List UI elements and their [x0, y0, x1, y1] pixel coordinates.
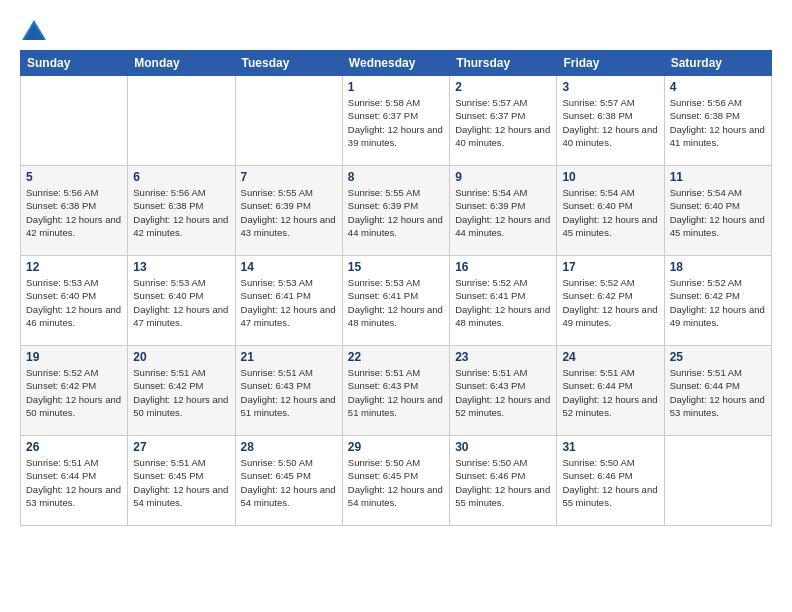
day-number: 17: [562, 260, 658, 274]
calendar-week-row: 5Sunrise: 5:56 AM Sunset: 6:38 PM Daylig…: [21, 166, 772, 256]
calendar-cell: 4Sunrise: 5:56 AM Sunset: 6:38 PM Daylig…: [664, 76, 771, 166]
calendar-cell: 11Sunrise: 5:54 AM Sunset: 6:40 PM Dayli…: [664, 166, 771, 256]
calendar-cell: 23Sunrise: 5:51 AM Sunset: 6:43 PM Dayli…: [450, 346, 557, 436]
day-number: 24: [562, 350, 658, 364]
day-info: Sunrise: 5:54 AM Sunset: 6:39 PM Dayligh…: [455, 186, 551, 239]
calendar-cell: 19Sunrise: 5:52 AM Sunset: 6:42 PM Dayli…: [21, 346, 128, 436]
calendar-cell: [664, 436, 771, 526]
calendar-body: 1Sunrise: 5:58 AM Sunset: 6:37 PM Daylig…: [21, 76, 772, 526]
weekday-header-row: SundayMondayTuesdayWednesdayThursdayFrid…: [21, 51, 772, 76]
calendar-cell: 13Sunrise: 5:53 AM Sunset: 6:40 PM Dayli…: [128, 256, 235, 346]
calendar-week-row: 12Sunrise: 5:53 AM Sunset: 6:40 PM Dayli…: [21, 256, 772, 346]
calendar-cell: 2Sunrise: 5:57 AM Sunset: 6:37 PM Daylig…: [450, 76, 557, 166]
day-number: 30: [455, 440, 551, 454]
day-number: 18: [670, 260, 766, 274]
calendar-cell: 10Sunrise: 5:54 AM Sunset: 6:40 PM Dayli…: [557, 166, 664, 256]
calendar-cell: 15Sunrise: 5:53 AM Sunset: 6:41 PM Dayli…: [342, 256, 449, 346]
calendar-cell: 25Sunrise: 5:51 AM Sunset: 6:44 PM Dayli…: [664, 346, 771, 436]
day-number: 14: [241, 260, 337, 274]
day-info: Sunrise: 5:56 AM Sunset: 6:38 PM Dayligh…: [26, 186, 122, 239]
day-number: 31: [562, 440, 658, 454]
day-number: 12: [26, 260, 122, 274]
calendar-cell: [21, 76, 128, 166]
day-info: Sunrise: 5:51 AM Sunset: 6:43 PM Dayligh…: [455, 366, 551, 419]
day-info: Sunrise: 5:53 AM Sunset: 6:41 PM Dayligh…: [241, 276, 337, 329]
weekday-header-cell: Thursday: [450, 51, 557, 76]
day-number: 23: [455, 350, 551, 364]
day-info: Sunrise: 5:51 AM Sunset: 6:43 PM Dayligh…: [241, 366, 337, 419]
day-info: Sunrise: 5:53 AM Sunset: 6:40 PM Dayligh…: [133, 276, 229, 329]
calendar-cell: 14Sunrise: 5:53 AM Sunset: 6:41 PM Dayli…: [235, 256, 342, 346]
calendar-week-row: 19Sunrise: 5:52 AM Sunset: 6:42 PM Dayli…: [21, 346, 772, 436]
day-info: Sunrise: 5:50 AM Sunset: 6:45 PM Dayligh…: [241, 456, 337, 509]
day-info: Sunrise: 5:51 AM Sunset: 6:44 PM Dayligh…: [26, 456, 122, 509]
weekday-header-cell: Sunday: [21, 51, 128, 76]
calendar-week-row: 1Sunrise: 5:58 AM Sunset: 6:37 PM Daylig…: [21, 76, 772, 166]
day-number: 27: [133, 440, 229, 454]
calendar-cell: 22Sunrise: 5:51 AM Sunset: 6:43 PM Dayli…: [342, 346, 449, 436]
day-number: 7: [241, 170, 337, 184]
day-info: Sunrise: 5:50 AM Sunset: 6:45 PM Dayligh…: [348, 456, 444, 509]
day-info: Sunrise: 5:51 AM Sunset: 6:43 PM Dayligh…: [348, 366, 444, 419]
day-info: Sunrise: 5:51 AM Sunset: 6:44 PM Dayligh…: [670, 366, 766, 419]
calendar-cell: 17Sunrise: 5:52 AM Sunset: 6:42 PM Dayli…: [557, 256, 664, 346]
calendar-cell: 31Sunrise: 5:50 AM Sunset: 6:46 PM Dayli…: [557, 436, 664, 526]
day-info: Sunrise: 5:58 AM Sunset: 6:37 PM Dayligh…: [348, 96, 444, 149]
calendar-cell: 21Sunrise: 5:51 AM Sunset: 6:43 PM Dayli…: [235, 346, 342, 436]
weekday-header-cell: Friday: [557, 51, 664, 76]
calendar-cell: 29Sunrise: 5:50 AM Sunset: 6:45 PM Dayli…: [342, 436, 449, 526]
calendar-cell: 30Sunrise: 5:50 AM Sunset: 6:46 PM Dayli…: [450, 436, 557, 526]
day-number: 6: [133, 170, 229, 184]
day-number: 19: [26, 350, 122, 364]
day-info: Sunrise: 5:51 AM Sunset: 6:45 PM Dayligh…: [133, 456, 229, 509]
day-info: Sunrise: 5:50 AM Sunset: 6:46 PM Dayligh…: [562, 456, 658, 509]
day-info: Sunrise: 5:52 AM Sunset: 6:42 PM Dayligh…: [670, 276, 766, 329]
day-info: Sunrise: 5:57 AM Sunset: 6:38 PM Dayligh…: [562, 96, 658, 149]
day-info: Sunrise: 5:54 AM Sunset: 6:40 PM Dayligh…: [562, 186, 658, 239]
day-number: 21: [241, 350, 337, 364]
weekday-header-cell: Saturday: [664, 51, 771, 76]
calendar-cell: 27Sunrise: 5:51 AM Sunset: 6:45 PM Dayli…: [128, 436, 235, 526]
day-info: Sunrise: 5:51 AM Sunset: 6:44 PM Dayligh…: [562, 366, 658, 419]
day-number: 5: [26, 170, 122, 184]
day-number: 3: [562, 80, 658, 94]
calendar-cell: 24Sunrise: 5:51 AM Sunset: 6:44 PM Dayli…: [557, 346, 664, 436]
logo-icon: [22, 20, 46, 40]
calendar-cell: [235, 76, 342, 166]
weekday-header-cell: Tuesday: [235, 51, 342, 76]
day-number: 28: [241, 440, 337, 454]
weekday-header-cell: Monday: [128, 51, 235, 76]
page-header: [20, 20, 772, 40]
calendar-cell: 1Sunrise: 5:58 AM Sunset: 6:37 PM Daylig…: [342, 76, 449, 166]
day-info: Sunrise: 5:57 AM Sunset: 6:37 PM Dayligh…: [455, 96, 551, 149]
calendar-cell: 9Sunrise: 5:54 AM Sunset: 6:39 PM Daylig…: [450, 166, 557, 256]
calendar-cell: 28Sunrise: 5:50 AM Sunset: 6:45 PM Dayli…: [235, 436, 342, 526]
calendar-cell: 5Sunrise: 5:56 AM Sunset: 6:38 PM Daylig…: [21, 166, 128, 256]
day-number: 2: [455, 80, 551, 94]
day-info: Sunrise: 5:54 AM Sunset: 6:40 PM Dayligh…: [670, 186, 766, 239]
day-number: 26: [26, 440, 122, 454]
day-info: Sunrise: 5:52 AM Sunset: 6:42 PM Dayligh…: [562, 276, 658, 329]
day-info: Sunrise: 5:53 AM Sunset: 6:41 PM Dayligh…: [348, 276, 444, 329]
day-info: Sunrise: 5:52 AM Sunset: 6:42 PM Dayligh…: [26, 366, 122, 419]
calendar-cell: 26Sunrise: 5:51 AM Sunset: 6:44 PM Dayli…: [21, 436, 128, 526]
day-number: 8: [348, 170, 444, 184]
calendar-cell: 7Sunrise: 5:55 AM Sunset: 6:39 PM Daylig…: [235, 166, 342, 256]
day-number: 15: [348, 260, 444, 274]
calendar-cell: 6Sunrise: 5:56 AM Sunset: 6:38 PM Daylig…: [128, 166, 235, 256]
calendar-cell: 16Sunrise: 5:52 AM Sunset: 6:41 PM Dayli…: [450, 256, 557, 346]
calendar-cell: [128, 76, 235, 166]
day-info: Sunrise: 5:51 AM Sunset: 6:42 PM Dayligh…: [133, 366, 229, 419]
day-number: 1: [348, 80, 444, 94]
day-number: 4: [670, 80, 766, 94]
day-number: 10: [562, 170, 658, 184]
day-info: Sunrise: 5:52 AM Sunset: 6:41 PM Dayligh…: [455, 276, 551, 329]
day-info: Sunrise: 5:56 AM Sunset: 6:38 PM Dayligh…: [670, 96, 766, 149]
calendar-cell: 8Sunrise: 5:55 AM Sunset: 6:39 PM Daylig…: [342, 166, 449, 256]
calendar-cell: 12Sunrise: 5:53 AM Sunset: 6:40 PM Dayli…: [21, 256, 128, 346]
day-number: 16: [455, 260, 551, 274]
day-number: 22: [348, 350, 444, 364]
calendar-cell: 20Sunrise: 5:51 AM Sunset: 6:42 PM Dayli…: [128, 346, 235, 436]
weekday-header-cell: Wednesday: [342, 51, 449, 76]
day-number: 25: [670, 350, 766, 364]
